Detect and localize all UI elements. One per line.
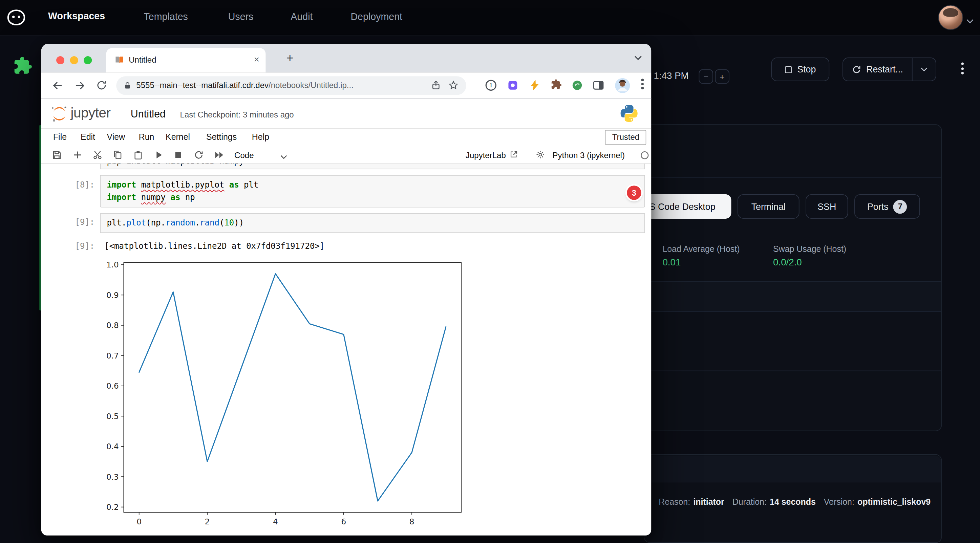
settings-gear-icon[interactable] — [536, 150, 545, 162]
window-maximize-button[interactable] — [84, 56, 92, 64]
menu-edit[interactable]: Edit — [81, 132, 95, 142]
page-content: jupyter Untitled Last Checkpoint: 3 minu… — [41, 99, 651, 535]
workspace-resources-panel — [644, 124, 942, 431]
run-all-icon[interactable] — [214, 150, 224, 162]
divider — [644, 311, 942, 312]
jupyter-logo-icon[interactable] — [50, 104, 69, 125]
browser-profile-avatar[interactable] — [614, 78, 630, 96]
menu-run[interactable]: Run — [139, 132, 154, 142]
workspace-menu-button[interactable] — [957, 63, 968, 78]
version-value[interactable]: optimistic_liskov9 — [858, 497, 931, 507]
url-domain: 5555--main--test--matifali.atif.cdr.dev — [136, 81, 269, 90]
load-average-value: 0.01 — [662, 257, 681, 267]
extension-purple-icon[interactable] — [506, 79, 519, 94]
notebook-title[interactable]: Untitled — [131, 108, 165, 120]
save-icon[interactable] — [52, 150, 62, 162]
forward-icon[interactable] — [74, 79, 86, 94]
browser-tab[interactable]: Untitled × — [106, 48, 266, 73]
restart-options-button[interactable] — [912, 58, 935, 81]
notification-badge[interactable]: 3 — [627, 186, 641, 200]
menu-file[interactable]: File — [53, 132, 67, 142]
divider — [644, 281, 942, 282]
extension-green-icon[interactable] — [571, 79, 584, 94]
split-screen-icon[interactable] — [592, 79, 605, 94]
user-avatar[interactable] — [939, 6, 963, 29]
svg-text:0.7: 0.7 — [106, 351, 119, 360]
resource-row — [645, 282, 942, 311]
window-close-button[interactable] — [56, 56, 64, 64]
share-icon[interactable] — [431, 80, 441, 93]
tab-close-icon[interactable]: × — [254, 54, 259, 64]
coder-logo-icon[interactable] — [6, 8, 27, 29]
address-bar[interactable]: 5555--main--test--matifali.atif.cdr.dev/… — [116, 76, 466, 95]
nav-item-templates[interactable]: Templates — [144, 11, 188, 22]
svg-text:0.9: 0.9 — [106, 291, 119, 300]
chevron-down-icon — [920, 67, 927, 72]
menu-view[interactable]: View — [107, 132, 125, 142]
paste-icon[interactable] — [133, 150, 143, 162]
nav-item-users[interactable]: Users — [228, 11, 254, 22]
menu-help[interactable]: Help — [252, 132, 269, 142]
reload-icon[interactable] — [95, 79, 107, 94]
lock-icon[interactable] — [123, 81, 132, 93]
swap-usage-label: Swap Usage (Host) — [773, 245, 846, 254]
chevron-down-icon[interactable] — [966, 15, 974, 26]
new-tab-button[interactable]: + — [282, 49, 299, 67]
svg-text:0.8: 0.8 — [106, 321, 119, 330]
puzzle-extension-icon[interactable] — [11, 56, 33, 81]
open-jupyterlab-link[interactable]: JupyterLab — [466, 151, 506, 160]
code-cell-input[interactable]: plt.plot(np.random.rand(10)) — [100, 213, 645, 233]
add-cell-icon[interactable] — [72, 150, 83, 162]
restart-label: Restart... — [866, 64, 903, 75]
ssh-button[interactable]: SSH — [806, 194, 848, 219]
svg-text:0.3: 0.3 — [106, 473, 119, 481]
notebook-toolbar: Code JupyterLab Python 3 (ipykernel) — [41, 146, 651, 164]
restart-button-group: Restart... — [843, 57, 936, 81]
chevron-down-icon[interactable] — [280, 151, 288, 162]
window-minimize-button[interactable] — [70, 56, 78, 64]
copy-icon[interactable] — [113, 150, 123, 162]
restart-workspace-button[interactable]: Restart... — [843, 58, 912, 81]
notebook-header: jupyter Untitled Last Checkpoint: 3 minu… — [41, 99, 651, 129]
zoom-out-button[interactable]: − — [698, 70, 713, 84]
kernel-name[interactable]: Python 3 (ipykernel) — [553, 151, 625, 160]
cell-type-select[interactable]: Code — [234, 151, 254, 160]
run-icon[interactable] — [154, 150, 164, 162]
lightning-extension-icon[interactable] — [528, 79, 541, 94]
svg-text:0.5: 0.5 — [106, 412, 119, 421]
svg-text:6: 6 — [341, 517, 346, 526]
ports-button[interactable]: Ports 7 — [854, 194, 920, 219]
cell-prompt: [8]: — [75, 180, 94, 190]
trusted-button[interactable]: Trusted — [605, 130, 646, 145]
stop-label: Stop — [797, 64, 816, 75]
load-average-label: Load Average (Host) — [662, 245, 740, 254]
svg-text:1.0: 1.0 — [106, 260, 119, 269]
stop-workspace-button[interactable]: Stop — [772, 57, 830, 81]
cut-icon[interactable] — [92, 150, 103, 162]
stop-icon[interactable] — [173, 150, 183, 162]
ports-label: Ports — [867, 202, 888, 211]
nav-item-audit[interactable]: Audit — [291, 11, 313, 22]
version-label: Version: — [824, 497, 854, 507]
menu-settings[interactable]: Settings — [206, 132, 237, 142]
onepassword-icon[interactable]: 1 — [484, 79, 498, 94]
code-cell-input[interactable]: import matplotlib.pyplot as plt import n… — [100, 175, 645, 208]
back-icon[interactable] — [51, 79, 64, 94]
svg-text:0.6: 0.6 — [106, 381, 119, 390]
browser-menu-icon[interactable] — [638, 79, 648, 93]
nav-item-workspaces[interactable]: Workspaces — [48, 11, 105, 22]
nav-item-deployment[interactable]: Deployment — [350, 11, 402, 22]
menu-kernel[interactable]: Kernel — [165, 132, 190, 142]
zoom-in-button[interactable]: + — [715, 70, 729, 84]
extensions-puzzle-icon[interactable] — [549, 79, 562, 94]
url-text: 5555--main--test--matifali.atif.cdr.dev/… — [136, 81, 353, 90]
checkpoint-status: Last Checkpoint: 3 minutes ago — [180, 110, 294, 119]
tab-search-icon[interactable] — [633, 52, 643, 64]
duration-label: Duration: — [732, 497, 767, 507]
jupyter-brand: jupyter — [71, 105, 111, 121]
external-link-icon[interactable] — [509, 150, 518, 161]
terminal-button[interactable]: Terminal — [738, 194, 800, 219]
browser-window: Untitled × + 5555--main--test--m — [41, 44, 651, 535]
restart-kernel-icon[interactable] — [194, 150, 204, 162]
bookmark-star-icon[interactable] — [448, 80, 458, 93]
